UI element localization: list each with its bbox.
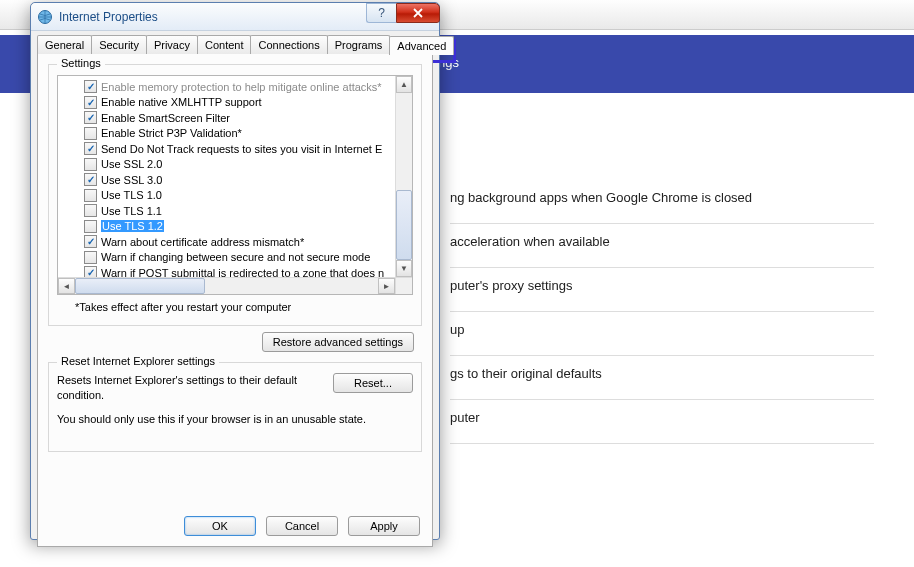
settings-item[interactable]: Enable Strict P3P Validation* <box>60 126 410 142</box>
help-button[interactable]: ? <box>366 3 396 23</box>
bg-item: up <box>450 312 874 356</box>
hscroll-track[interactable] <box>205 278 378 294</box>
settings-item[interactable]: Warn about certificate address mismatch* <box>60 234 410 250</box>
settings-item-label: Use SSL 2.0 <box>101 158 162 170</box>
apply-button[interactable]: Apply <box>348 516 420 536</box>
cancel-button[interactable]: Cancel <box>266 516 338 536</box>
reset-groupbox: Reset Internet Explorer settings Resets … <box>48 362 422 452</box>
bg-item: puter <box>450 400 874 444</box>
reset-button[interactable]: Reset... <box>333 373 413 393</box>
checkbox[interactable] <box>84 204 97 217</box>
vertical-scrollbar[interactable]: ▲ ▼ <box>395 76 412 277</box>
dialog-buttons: OK Cancel Apply <box>184 516 420 536</box>
scroll-left-icon[interactable]: ◄ <box>58 278 75 294</box>
settings-item-label: Enable native XMLHTTP support <box>101 96 262 108</box>
settings-legend: Settings <box>57 57 105 69</box>
checkbox[interactable] <box>84 173 97 186</box>
settings-item-label: Enable memory protection to help mitigat… <box>101 81 382 93</box>
tabstrip: General Security Privacy Content Connect… <box>31 31 439 54</box>
checkbox <box>84 80 97 93</box>
settings-item[interactable]: Enable memory protection to help mitigat… <box>60 79 410 95</box>
settings-item[interactable]: Send Do Not Track requests to sites you … <box>60 141 410 157</box>
settings-item-label: Warn about certificate address mismatch* <box>101 236 304 248</box>
settings-item[interactable]: Use TLS 1.2 <box>60 219 410 235</box>
settings-listview[interactable]: Enable memory protection to help mitigat… <box>57 75 413 295</box>
reset-description: Resets Internet Explorer's settings to t… <box>57 373 333 403</box>
checkbox[interactable] <box>84 189 97 202</box>
settings-item[interactable]: Use TLS 1.0 <box>60 188 410 204</box>
scroll-up-icon[interactable]: ▲ <box>396 76 412 93</box>
settings-item-label: Use SSL 3.0 <box>101 174 162 186</box>
reset-legend: Reset Internet Explorer settings <box>57 355 219 367</box>
settings-item[interactable]: Enable SmartScreen Filter <box>60 110 410 126</box>
checkbox[interactable] <box>84 251 97 264</box>
dialog-title: Internet Properties <box>59 10 366 24</box>
restart-note: *Takes effect after you restart your com… <box>75 301 401 313</box>
settings-item-label: Enable SmartScreen Filter <box>101 112 230 124</box>
bg-item: acceleration when available <box>450 224 874 268</box>
settings-item[interactable]: Enable native XMLHTTP support <box>60 95 410 111</box>
restore-advanced-button[interactable]: Restore advanced settings <box>262 332 414 352</box>
scroll-down-icon[interactable]: ▼ <box>396 260 412 277</box>
settings-item-label: Use TLS 1.1 <box>101 205 162 217</box>
tab-advanced-body: Settings Enable memory protection to hel… <box>37 53 433 547</box>
settings-item-label: Use TLS 1.2 <box>101 220 164 232</box>
close-button[interactable] <box>396 3 440 23</box>
tab-general[interactable]: General <box>37 35 92 54</box>
tab-connections[interactable]: Connections <box>250 35 327 54</box>
horizontal-scrollbar[interactable]: ◄ ► <box>58 277 395 294</box>
settings-item-label: Send Do Not Track requests to sites you … <box>101 143 382 155</box>
scroll-track[interactable] <box>396 93 412 190</box>
settings-item[interactable]: Use TLS 1.1 <box>60 203 410 219</box>
bg-item: ng background apps when Google Chrome is… <box>450 180 874 224</box>
checkbox[interactable] <box>84 142 97 155</box>
settings-items-fragment: ng background apps when Google Chrome is… <box>450 180 874 444</box>
dialog-titlebar[interactable]: Internet Properties ? <box>31 3 439 31</box>
scroll-thumb[interactable] <box>396 190 412 260</box>
tab-content[interactable]: Content <box>197 35 252 54</box>
tab-advanced[interactable]: Advanced <box>389 36 454 55</box>
tab-privacy[interactable]: Privacy <box>146 35 198 54</box>
ok-button[interactable]: OK <box>184 516 256 536</box>
checkbox[interactable] <box>84 96 97 109</box>
bg-item: gs to their original defaults <box>450 356 874 400</box>
settings-item[interactable]: Warn if changing between secure and not … <box>60 250 410 266</box>
checkbox[interactable] <box>84 127 97 140</box>
checkbox[interactable] <box>84 111 97 124</box>
settings-item[interactable]: Use SSL 2.0 <box>60 157 410 173</box>
bg-item: puter's proxy settings <box>450 268 874 312</box>
reset-warning: You should only use this if your browser… <box>57 413 413 425</box>
settings-item-label: Warn if changing between secure and not … <box>101 251 370 263</box>
tab-programs[interactable]: Programs <box>327 35 391 54</box>
settings-item[interactable]: Use SSL 3.0 <box>60 172 410 188</box>
settings-item-label: Use TLS 1.0 <box>101 189 162 201</box>
scroll-right-icon[interactable]: ► <box>378 278 395 294</box>
internet-options-icon <box>37 9 53 25</box>
checkbox[interactable] <box>84 158 97 171</box>
settings-groupbox: Settings Enable memory protection to hel… <box>48 64 422 326</box>
scroll-corner <box>395 277 412 294</box>
settings-item-label: Enable Strict P3P Validation* <box>101 127 242 139</box>
checkbox[interactable] <box>84 235 97 248</box>
tab-security[interactable]: Security <box>91 35 147 54</box>
hscroll-thumb[interactable] <box>75 278 205 294</box>
internet-properties-dialog: Internet Properties ? General Security P… <box>30 2 440 540</box>
checkbox[interactable] <box>84 220 97 233</box>
